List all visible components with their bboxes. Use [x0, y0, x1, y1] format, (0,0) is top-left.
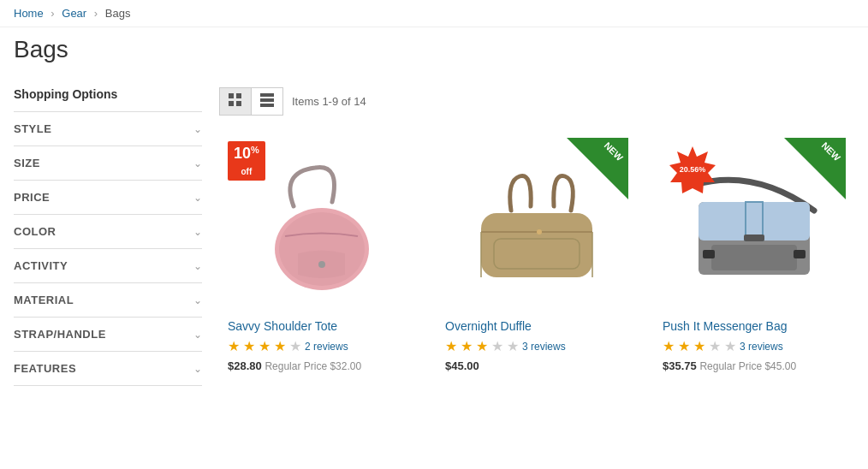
filter-strap-handle[interactable]: STRAP/HANDLE ⌄ — [14, 317, 202, 351]
main-content: Items 1-9 of 14 10% off — [219, 87, 854, 386]
product-name-3[interactable]: Push It Messenger Bag — [663, 319, 846, 333]
price-regular-1: Regular Price $32.00 — [265, 360, 361, 372]
svg-rect-19 — [794, 250, 806, 258]
svg-rect-5 — [260, 98, 274, 102]
new-badge-2 — [567, 138, 628, 199]
sidebar: Shopping Options STYLE ⌄ SIZE ⌄ PRICE ⌄ … — [14, 87, 219, 386]
stars-row-2: ★ ★ ★ ★ ★ 3 reviews — [445, 338, 628, 354]
breadcrumb-gear[interactable]: Gear — [62, 7, 86, 20]
star-2-5: ★ — [507, 338, 519, 354]
svg-point-11 — [537, 229, 542, 234]
starburst-shape: 20.56% — [668, 145, 717, 194]
reviews-link-2[interactable]: 3 reviews — [522, 341, 566, 353]
product-image-wrap-2: NEW — [445, 138, 628, 309]
product-name-2[interactable]: Overnight Duffle — [445, 319, 628, 333]
filter-style-chevron: ⌄ — [193, 123, 202, 135]
product-name-1[interactable]: Savvy Shoulder Tote — [228, 319, 411, 333]
svg-rect-3 — [236, 101, 241, 106]
view-toggle — [219, 87, 283, 116]
svg-rect-17 — [711, 245, 797, 270]
filter-features[interactable]: FEATURES ⌄ — [14, 351, 202, 386]
star-3-4: ★ — [709, 338, 721, 354]
star-1-3: ★ — [259, 338, 271, 354]
grid-icon — [229, 93, 242, 107]
star-3-1: ★ — [663, 338, 675, 354]
svg-rect-21 — [744, 234, 764, 241]
svg-rect-6 — [260, 104, 274, 107]
discount-badge-1: 10% off — [228, 141, 265, 181]
star-3-3: ★ — [693, 338, 705, 354]
stars-row-3: ★ ★ ★ ★ ★ 3 reviews — [663, 338, 846, 354]
price-row-1: $28.80 Regular Price $32.00 — [228, 359, 411, 372]
breadcrumb-home[interactable]: Home — [14, 7, 44, 20]
product-image-wrap-1: 10% off — [228, 138, 411, 309]
svg-rect-2 — [229, 101, 234, 106]
filter-activity-chevron: ⌄ — [193, 260, 202, 272]
price-sale-1: $28.80 — [228, 359, 262, 372]
product-card-push-it-messenger: NEW 20.56% — [654, 129, 854, 381]
filter-activity-label: ACTIVITY — [14, 259, 68, 272]
svg-rect-4 — [260, 93, 274, 97]
filter-material-label: MATERIAL — [14, 294, 74, 306]
new-badge-3 — [784, 138, 846, 199]
star-3-5: ★ — [724, 338, 736, 354]
filter-material[interactable]: MATERIAL ⌄ — [14, 282, 202, 317]
star-2-1: ★ — [445, 338, 457, 354]
breadcrumb: Home › Gear › Bags — [0, 0, 868, 27]
filter-size-label: SIZE — [14, 157, 40, 169]
filter-size-chevron: ⌄ — [193, 157, 202, 169]
star-1-2: ★ — [243, 338, 255, 354]
list-view-button[interactable] — [252, 88, 282, 115]
breadcrumb-sep-1: › — [51, 7, 54, 20]
star-3-2: ★ — [678, 338, 690, 354]
breadcrumb-sep-2: › — [94, 7, 98, 20]
filter-size[interactable]: SIZE ⌄ — [14, 145, 202, 180]
filter-features-chevron: ⌄ — [193, 363, 202, 375]
svg-point-9 — [318, 261, 325, 268]
starburst-badge-3: 20.56% — [668, 145, 717, 194]
breadcrumb-current: Bags — [105, 7, 131, 20]
list-icon — [260, 93, 274, 107]
filter-style-label: STYLE — [14, 122, 51, 135]
product-image-pink-bag — [255, 155, 383, 292]
filter-price-chevron: ⌄ — [193, 192, 202, 204]
filter-color[interactable]: COLOR ⌄ — [14, 214, 202, 248]
star-2-4: ★ — [491, 338, 503, 354]
star-2-3: ★ — [476, 338, 488, 354]
product-card-overnight-duffle: NEW — [437, 129, 637, 381]
star-2-2: ★ — [461, 338, 473, 354]
filter-features-label: FEATURES — [14, 362, 76, 375]
shopping-options-title: Shopping Options — [14, 87, 202, 101]
price-row-3: $35.75 Regular Price $45.00 — [663, 359, 846, 372]
svg-rect-1 — [236, 93, 241, 98]
filter-strap-handle-chevron: ⌄ — [193, 329, 202, 341]
items-count: Items 1-9 of 14 — [292, 95, 366, 108]
filter-price-label: PRICE — [14, 191, 50, 204]
product-card-savvy-shoulder-tote: 10% off — [219, 129, 419, 381]
reviews-link-1[interactable]: 2 reviews — [305, 341, 348, 353]
filter-price[interactable]: PRICE ⌄ — [14, 180, 202, 214]
price-sale-3: $35.75 — [663, 359, 697, 372]
toolbar: Items 1-9 of 14 — [219, 87, 854, 116]
svg-text:20.56%: 20.56% — [680, 165, 706, 174]
grid-view-button[interactable] — [220, 88, 252, 115]
filter-activity[interactable]: ACTIVITY ⌄ — [14, 248, 202, 282]
price-regular-3: Regular Price $45.00 — [699, 360, 796, 372]
star-1-5: ★ — [289, 338, 301, 354]
star-1-4: ★ — [274, 338, 286, 354]
page-title: Bags — [14, 36, 854, 63]
filter-style[interactable]: STYLE ⌄ — [14, 111, 202, 145]
svg-rect-18 — [703, 250, 715, 258]
reviews-link-3[interactable]: 3 reviews — [740, 341, 783, 353]
product-image-wrap-3: NEW 20.56% — [663, 138, 846, 309]
filter-color-label: COLOR — [14, 225, 56, 238]
filter-strap-handle-label: STRAP/HANDLE — [14, 328, 106, 341]
products-grid: 10% off — [219, 129, 854, 381]
price-sale-2: $45.00 — [445, 359, 479, 372]
price-row-2: $45.00 — [445, 359, 628, 372]
svg-rect-0 — [229, 93, 234, 98]
filter-color-chevron: ⌄ — [193, 226, 202, 238]
stars-row-1: ★ ★ ★ ★ ★ 2 reviews — [228, 338, 411, 354]
star-1-1: ★ — [228, 338, 240, 354]
filter-material-chevron: ⌄ — [193, 294, 202, 306]
